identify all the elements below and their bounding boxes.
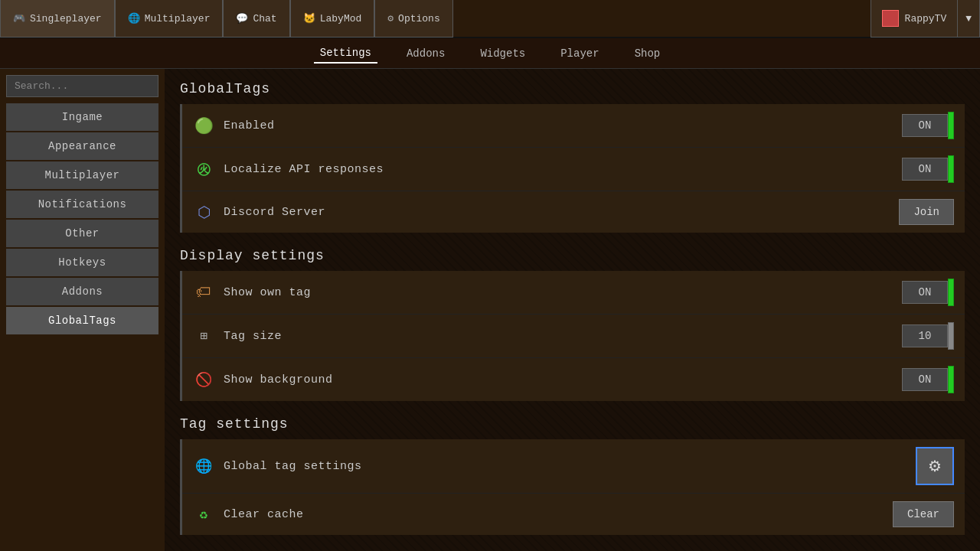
user-dropdown-arrow[interactable]: ▼ bbox=[958, 0, 980, 37]
global-tag-settings-icon: 🌐 bbox=[193, 455, 214, 477]
sub-navigation: Settings Addons Widgets Player Shop bbox=[0, 38, 980, 69]
tag-size-control[interactable]: 10 bbox=[902, 322, 954, 350]
enabled-label: Enabled bbox=[224, 119, 902, 132]
top-navigation: 🎮 Singleplayer 🌐 Multiplayer 💬 Chat 🐱 La… bbox=[0, 0, 980, 38]
show-background-toggle-text[interactable]: ON bbox=[902, 368, 948, 391]
show-background-toggle[interactable]: ON bbox=[902, 366, 954, 393]
show-background-icon: 🚫 bbox=[193, 369, 214, 390]
nav-multiplayer[interactable]: 🌐 Multiplayer bbox=[115, 0, 224, 37]
localize-toggle-bar bbox=[948, 155, 954, 183]
tag-settings-group: 🌐 Global tag settings ⚙ ♻ Clear cache Cl… bbox=[180, 439, 965, 535]
clear-cache-button[interactable]: Clear bbox=[893, 501, 954, 527]
global-tag-settings-gear-button[interactable]: ⚙ bbox=[916, 447, 954, 485]
tag-size-label: Tag size bbox=[224, 330, 902, 343]
localize-toggle-text[interactable]: ON bbox=[902, 158, 948, 181]
enabled-icon: 🟢 bbox=[193, 115, 214, 136]
discord-row: ⬡ Discord Server Join bbox=[182, 191, 965, 233]
localize-row: ㊋ Localize API responses ON bbox=[182, 148, 965, 191]
tag-settings-title: Tag settings bbox=[180, 416, 965, 432]
localize-icon: ㊋ bbox=[193, 158, 214, 180]
enabled-row: 🟢 Enabled ON bbox=[182, 104, 965, 148]
sidebar-item-globaltags[interactable]: GlobalTags bbox=[6, 307, 158, 334]
user-avatar bbox=[882, 10, 899, 27]
user-area: RappyTV ▼ bbox=[871, 0, 980, 37]
subnav-player[interactable]: Player bbox=[554, 44, 605, 63]
show-own-tag-toggle-text[interactable]: ON bbox=[902, 281, 948, 304]
display-settings-title: Display settings bbox=[180, 248, 965, 263]
gear-icon: ⚙ bbox=[928, 457, 942, 475]
singleplayer-label: Singleplayer bbox=[30, 13, 102, 24]
display-settings-group: 🏷 Show own tag ON ⊞ Tag size 10 bbox=[180, 271, 965, 401]
tag-size-icon: ⊞ bbox=[193, 325, 214, 347]
discord-join-button[interactable]: Join bbox=[899, 199, 954, 225]
sidebar-item-multiplayer[interactable]: Multiplayer bbox=[6, 161, 158, 189]
show-own-tag-label: Show own tag bbox=[224, 286, 902, 299]
chevron-down-icon: ▼ bbox=[965, 13, 972, 24]
multiplayer-icon: 🌐 bbox=[128, 12, 140, 24]
options-label: Options bbox=[398, 13, 440, 24]
chat-icon: 💬 bbox=[236, 12, 248, 24]
clear-cache-row: ♻ Clear cache Clear bbox=[182, 494, 965, 535]
enabled-toggle[interactable]: ON bbox=[902, 112, 954, 139]
labymod-label: LabyMod bbox=[320, 13, 362, 24]
sidebar-item-notifications[interactable]: Notifications bbox=[6, 191, 158, 218]
user-button[interactable]: RappyTV bbox=[871, 0, 959, 37]
content-area: GlobalTags 🟢 Enabled ON ㊋ Localize API r… bbox=[165, 69, 980, 551]
nav-labymod[interactable]: 🐱 LabyMod bbox=[290, 0, 375, 37]
show-own-tag-toggle[interactable]: ON bbox=[902, 279, 954, 306]
show-background-row: 🚫 Show background ON bbox=[182, 358, 965, 401]
sidebar-item-other[interactable]: Other bbox=[6, 220, 158, 247]
subnav-addons[interactable]: Addons bbox=[400, 44, 451, 63]
main-layout: Ingame Appearance Multiplayer Notificati… bbox=[0, 69, 980, 551]
subnav-settings[interactable]: Settings bbox=[314, 44, 377, 64]
nav-chat[interactable]: 💬 Chat bbox=[223, 0, 289, 37]
singleplayer-icon: 🎮 bbox=[13, 12, 25, 24]
globaltags-section-title: GlobalTags bbox=[180, 81, 965, 96]
globaltags-group: 🟢 Enabled ON ㊋ Localize API responses ON bbox=[180, 104, 965, 233]
global-tag-settings-label: Global tag settings bbox=[224, 460, 916, 473]
clear-cache-label: Clear cache bbox=[224, 508, 893, 521]
discord-icon: ⬡ bbox=[193, 201, 214, 223]
discord-label: Discord Server bbox=[224, 206, 899, 219]
show-background-label: Show background bbox=[224, 373, 902, 386]
subnav-shop[interactable]: Shop bbox=[629, 44, 667, 63]
tag-size-row: ⊞ Tag size 10 bbox=[182, 315, 965, 358]
multiplayer-label: Multiplayer bbox=[145, 13, 211, 24]
localize-toggle[interactable]: ON bbox=[902, 155, 954, 183]
tag-size-bar bbox=[948, 322, 954, 350]
options-icon: ⚙ bbox=[387, 12, 394, 24]
show-background-toggle-bar bbox=[948, 366, 954, 393]
labymod-icon: 🐱 bbox=[303, 12, 315, 24]
show-own-tag-toggle-bar bbox=[948, 279, 954, 306]
show-own-tag-row: 🏷 Show own tag ON bbox=[182, 271, 965, 315]
global-tag-settings-row: 🌐 Global tag settings ⚙ bbox=[182, 439, 965, 494]
sidebar-item-ingame[interactable]: Ingame bbox=[6, 103, 158, 131]
search-input[interactable] bbox=[6, 75, 158, 97]
nav-singleplayer[interactable]: 🎮 Singleplayer bbox=[0, 0, 115, 37]
chat-label: Chat bbox=[253, 13, 276, 24]
enabled-toggle-text[interactable]: ON bbox=[902, 114, 948, 137]
show-own-tag-icon: 🏷 bbox=[193, 282, 214, 303]
sidebar-item-addons[interactable]: Addons bbox=[6, 278, 158, 305]
sidebar-item-appearance[interactable]: Appearance bbox=[6, 132, 158, 160]
subnav-widgets[interactable]: Widgets bbox=[474, 44, 531, 63]
enabled-toggle-bar bbox=[948, 112, 954, 139]
nav-options[interactable]: ⚙ Options bbox=[374, 0, 452, 37]
tag-size-value[interactable]: 10 bbox=[902, 324, 948, 347]
sidebar-item-hotkeys[interactable]: Hotkeys bbox=[6, 249, 158, 276]
sidebar: Ingame Appearance Multiplayer Notificati… bbox=[0, 69, 165, 551]
clear-cache-icon: ♻ bbox=[193, 504, 214, 525]
localize-label: Localize API responses bbox=[224, 163, 902, 176]
username-label: RappyTV bbox=[905, 13, 947, 24]
